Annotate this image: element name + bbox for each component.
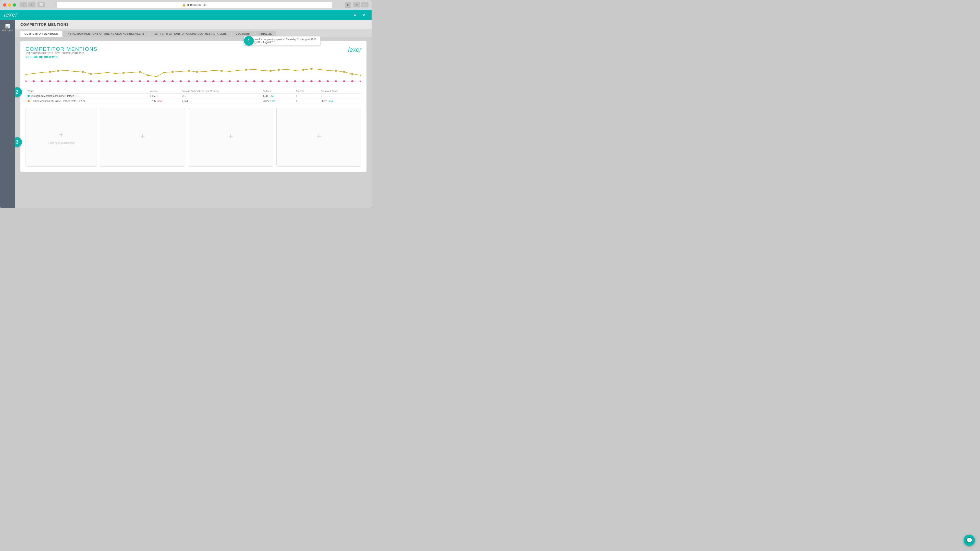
- svg-point-65: [204, 80, 207, 82]
- svg-point-22: [204, 71, 207, 72]
- table-cell-reach: 0: [319, 94, 361, 99]
- tab-instagram-mentions[interactable]: INSTAGRAM MENTIONS OF ONLINE CLOTHES RET…: [63, 31, 149, 37]
- add-tab-button[interactable]: +: [361, 2, 369, 7]
- svg-point-27: [245, 69, 248, 71]
- svg-point-3: [49, 71, 52, 73]
- svg-point-9: [98, 73, 100, 74]
- main-content: COMPETITOR MENTIONS COMPETITOR MENTIONS …: [15, 20, 372, 208]
- sidebar-reports-label: REPORTS: [2, 29, 13, 32]
- table-cell-topic: Instagram Mentions of Online Clothes R..…: [25, 94, 148, 99]
- tooltip-box: Deltas are for the previous period: Thur…: [244, 36, 321, 45]
- svg-point-16: [155, 76, 158, 77]
- svg-point-11: [114, 73, 117, 74]
- back-button[interactable]: ‹: [20, 2, 27, 7]
- reports-icon: 📊: [5, 24, 10, 29]
- url-text: clients.lexer.io: [187, 3, 207, 6]
- tab-twitter-mentions[interactable]: TWITTER MENTIONS OF ONLINE CLOTHES RETAI…: [149, 31, 231, 37]
- svg-point-26: [237, 70, 239, 71]
- share-button[interactable]: ⬆: [353, 2, 360, 7]
- add-icon-4: +: [317, 132, 321, 141]
- svg-point-60: [163, 80, 166, 82]
- svg-point-52: [98, 80, 100, 82]
- tab-glossary[interactable]: GLOSSARY: [231, 31, 255, 37]
- svg-point-59: [155, 80, 158, 82]
- forward-button[interactable]: ›: [28, 2, 35, 7]
- browser-window: ‹ › ⬜ 🔒 clients.lexer.io ↻ ⬆ + lexer ≡ ∨: [0, 0, 372, 208]
- svg-point-71: [253, 80, 256, 82]
- volume-label[interactable]: VOLUME OF OBJECTS: [25, 56, 97, 59]
- reload-button[interactable]: ↻: [345, 2, 351, 8]
- sidebar: 📊 REPORTS: [0, 20, 15, 208]
- svg-point-13: [130, 72, 133, 73]
- svg-point-78: [310, 80, 313, 82]
- svg-point-5: [65, 70, 68, 71]
- svg-point-72: [261, 80, 264, 82]
- svg-point-45: [41, 80, 43, 82]
- table-cell-sources: 1: [294, 99, 319, 104]
- svg-point-17: [163, 72, 166, 73]
- svg-point-50: [81, 80, 84, 82]
- col-topics: Topics: [25, 89, 148, 94]
- svg-point-39: [343, 71, 345, 73]
- add-chart-label-1: Click here to add chart: [48, 141, 74, 144]
- browser-titlebar: ‹ › ⬜ 🔒 clients.lexer.io ↻ ⬆ +: [0, 0, 372, 10]
- add-chart-box-2[interactable]: +: [100, 108, 185, 167]
- add-chart-box-1[interactable]: + Click here to add chart: [25, 108, 97, 167]
- col-authors: Authors: [261, 89, 294, 94]
- svg-point-15: [147, 75, 150, 76]
- svg-point-54: [114, 80, 117, 82]
- svg-point-29: [261, 70, 264, 71]
- svg-point-35: [310, 68, 313, 70]
- svg-point-7: [81, 71, 84, 73]
- tab-finalize[interactable]: FINALIZE: [256, 31, 276, 37]
- window-toggle-button[interactable]: ⬜: [38, 2, 45, 7]
- col-sources: Sources: [294, 89, 319, 94]
- svg-point-46: [49, 80, 52, 82]
- svg-point-14: [138, 71, 142, 73]
- svg-point-4: [57, 70, 60, 72]
- svg-point-36: [318, 68, 321, 70]
- app-body: 📊 REPORTS COMPETITOR MENTIONS COMPETITOR…: [0, 20, 372, 208]
- table-cell-avg: 55 ↑: [180, 94, 261, 99]
- svg-point-76: [294, 80, 297, 82]
- svg-point-30: [269, 70, 272, 72]
- add-chart-box-3[interactable]: +: [188, 108, 273, 167]
- ssl-lock-icon: 🔒: [182, 3, 186, 6]
- browser-actions: ⬆ +: [353, 2, 369, 7]
- topic-dot-yellow: [27, 100, 30, 102]
- table-cell-sources: 1: [294, 94, 319, 99]
- svg-point-75: [286, 80, 288, 82]
- table-cell-reach: 868m ↑294: [319, 99, 361, 104]
- page-header: COMPETITOR MENTIONS: [15, 20, 372, 29]
- table-cell-authors: 1,288 ↑34: [261, 94, 294, 99]
- address-bar[interactable]: 🔒 clients.lexer.io: [57, 2, 332, 8]
- chart-container: [25, 61, 361, 84]
- step1-badge[interactable]: 1: [244, 36, 254, 46]
- report-card: 1 Deltas are for the previous period: Th…: [21, 41, 366, 171]
- page-title: COMPETITOR MENTIONS: [21, 22, 366, 27]
- svg-point-55: [122, 80, 125, 82]
- app-logo: lexer: [4, 11, 18, 18]
- minimize-button[interactable]: [8, 3, 11, 6]
- add-icon-1: +: [59, 130, 64, 140]
- tab-competitor-mentions[interactable]: COMPETITOR MENTIONS: [21, 31, 62, 37]
- maximize-button[interactable]: [13, 3, 16, 6]
- step2-badge[interactable]: 2: [15, 87, 22, 97]
- sidebar-item-reports[interactable]: 📊 REPORTS: [2, 22, 13, 33]
- svg-point-18: [171, 71, 174, 73]
- close-button[interactable]: [3, 3, 6, 6]
- svg-point-21: [196, 71, 199, 73]
- table-cell-volume: 1,663 ↑: [148, 94, 180, 99]
- svg-point-2: [41, 72, 43, 73]
- menu-icon[interactable]: ≡: [351, 11, 358, 18]
- add-icon-2: +: [140, 132, 145, 141]
- dropdown-icon[interactable]: ∨: [360, 11, 368, 18]
- svg-point-62: [180, 80, 182, 82]
- table-row: Instagram Mentions of Online Clothes R..…: [25, 94, 361, 99]
- svg-point-61: [171, 80, 174, 82]
- add-chart-box-4[interactable]: +: [277, 108, 361, 167]
- svg-point-58: [147, 80, 150, 82]
- svg-point-70: [245, 80, 248, 82]
- svg-point-82: [343, 80, 345, 82]
- step3-badge[interactable]: 3: [15, 137, 22, 147]
